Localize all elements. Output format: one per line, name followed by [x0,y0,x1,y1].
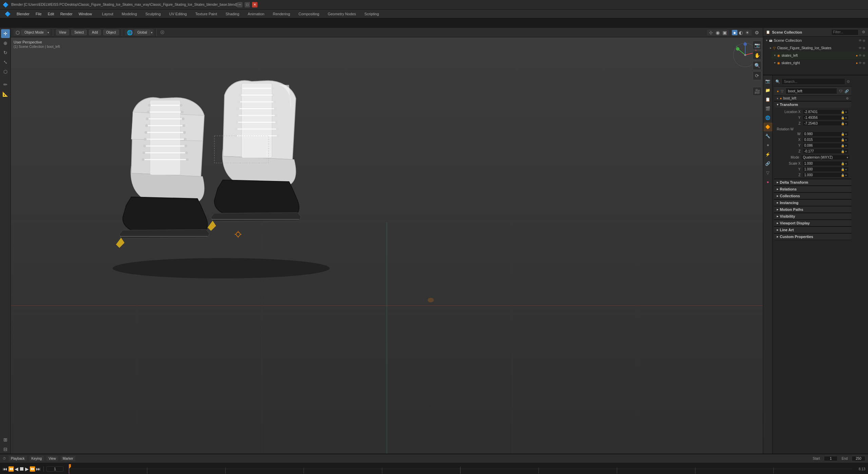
obj-fake-user-icon[interactable]: 🛡 [839,89,843,93]
skates-right-exclude-icon[interactable]: ⊗ [863,61,865,65]
eye-icon[interactable]: 👁 [859,39,862,42]
scale-z-driver[interactable]: ● [845,174,847,177]
material-preview-icon[interactable]: ◐ [738,30,744,35]
transform-dropdown-icon[interactable]: ▾ [151,31,153,34]
outliner-item-classic-figure[interactable]: ▸ ▽ Classic_Figure_Skating_Ice_Skates 👁 … [767,44,868,52]
tab-texture-paint[interactable]: Texture Paint [191,11,221,17]
collections-header[interactable]: ▸ Collections [774,193,851,199]
view-navigate-btn[interactable]: ✋ [753,51,761,60]
motion-paths-header[interactable]: ▸ Motion Paths [774,206,851,213]
annotate-tool[interactable]: ✏ [1,80,10,89]
mode-dropdown-icon[interactable]: ▾ [47,31,49,34]
skates-right-eye-icon[interactable]: 👁 [859,61,862,65]
proportional-edit-icon[interactable]: ⦾ [159,30,165,35]
camera-view-btn[interactable]: 🎥 [753,87,761,96]
solid-shading-icon[interactable]: ● [732,30,737,35]
rot-y-driver[interactable]: ● [845,144,847,147]
tab-modeling[interactable]: Modeling [118,11,141,17]
location-z-driver[interactable]: ● [845,122,847,125]
scale-tool[interactable]: ⤡ [1,58,10,67]
viewport-display-header[interactable]: ▸ Viewport Display [774,220,851,226]
start-frame-input[interactable] [824,456,837,461]
menu-file[interactable]: Blender [14,11,32,17]
object-menu[interactable]: Object [103,30,119,35]
properties-options-btn[interactable]: ⚙ [847,79,850,84]
end-frame-input[interactable] [852,456,865,461]
location-y-value[interactable]: -1.49356 🔒 ● [803,115,849,120]
prop-modifier-icon[interactable]: 🔧 [764,132,772,141]
scale-x-lock[interactable]: 🔒 [841,162,845,165]
skates-left-exclude-icon[interactable]: ⊗ [863,54,865,57]
prop-particles-icon[interactable]: ✦ [764,141,772,150]
rotation-mode-dropdown[interactable]: Quaternion (WXYZ) ▾ [801,155,850,160]
sub-obj-options-icon[interactable]: ⚙ [846,97,849,100]
tab-compositing[interactable]: Compositing [294,11,323,17]
prop-data-icon[interactable]: ▽ [764,168,772,177]
maximize-button[interactable]: □ [245,2,250,7]
transform-tool[interactable]: ⬡ [1,67,10,76]
add-menu[interactable]: Add [89,30,101,35]
play-fwd-btn[interactable]: ▶ [25,466,29,472]
rot-z-lock[interactable]: 🔒 [841,150,845,153]
select-menu[interactable]: Select [71,30,87,35]
measure-tool[interactable]: 📐 [1,90,10,98]
prop-view-layer-icon[interactable]: 📋 [764,95,772,104]
scale-y-value[interactable]: 1.000 🔒 ● [803,167,849,172]
location-x-value[interactable]: -2.87431 🔒 ● [803,109,849,114]
line-art-header[interactable]: ▸ Line Art [774,226,851,233]
overlay-icon[interactable]: ◉ [715,30,721,35]
cursor-tool[interactable]: ✛ [1,29,10,38]
mode-selector[interactable]: Object Mode [21,30,47,35]
marker-menu[interactable]: Marker [61,456,75,461]
timeline-track[interactable] [69,464,852,474]
rot-y-lock[interactable]: 🔒 [841,144,845,147]
classic-exclude-icon[interactable]: ⊗ [863,46,865,50]
prop-render-icon[interactable]: 📷 [764,77,772,86]
outliner-search-input[interactable] [831,29,859,35]
prop-object-icon[interactable]: 🔶 [764,123,772,131]
rot-z-driver[interactable]: ● [845,150,847,153]
rotation-z-value[interactable]: -0.177 🔒 ● [803,149,849,154]
tab-animation[interactable]: Animation [244,11,268,17]
close-button[interactable]: ✕ [252,2,257,7]
rendered-icon[interactable]: ☀ [744,30,751,35]
exclude-icon[interactable]: ⊗ [863,39,865,42]
prop-constraints-icon[interactable]: 🔗 [764,159,772,168]
transform-global[interactable]: Global [134,30,150,35]
scale-x-driver[interactable]: ● [845,162,847,165]
zoom-camera-btn[interactable]: 📷 [753,41,761,50]
prop-physics-icon[interactable]: ⚡ [764,150,772,159]
prop-scene-icon[interactable]: 🎬 [764,104,772,113]
scale-y-lock[interactable]: 🔒 [841,168,845,171]
transform-section-header[interactable]: ▾ Transform [774,101,851,108]
scale-z-lock[interactable]: 🔒 [841,174,845,177]
jump-to-end-btn[interactable]: ⏭ [36,466,41,472]
location-y-lock[interactable]: 🔒 [841,116,845,120]
object-name-input[interactable] [786,88,837,94]
scale-y-driver[interactable]: ● [845,168,847,171]
view-rotate-btn[interactable]: ⟳ [753,71,761,80]
rotation-w-value[interactable]: 0.980 🔒 ● [803,131,849,136]
menu-edit[interactable]: File [33,11,44,17]
jump-to-start-btn[interactable]: ⏮ [3,466,7,472]
options-icon[interactable]: ⚙ [754,30,760,35]
jump-back-btn[interactable]: ⏪ [8,466,14,472]
skates-left-eye-icon[interactable]: 👁 [859,54,862,57]
gizmo-icon[interactable]: ⊹ [708,30,714,35]
tab-rendering[interactable]: Rendering [269,11,294,17]
menu-window[interactable]: Render [58,11,75,17]
play-back-btn[interactable]: ◀ [15,466,18,472]
location-z-lock[interactable]: 🔒 [841,122,845,125]
tab-scripting[interactable]: Scripting [360,11,383,17]
rotate-tool[interactable]: ↻ [1,48,10,57]
scale-z-value[interactable]: 1.000 🔒 ● [803,172,849,178]
rot-w-driver[interactable]: ● [845,132,847,136]
tab-layout[interactable]: Layout [98,11,117,17]
rotation-x-value[interactable]: 0.015 🔒 ● [803,137,849,142]
rot-w-lock[interactable]: 🔒 [841,132,845,136]
obj-link-icon[interactable]: 🔗 [845,89,849,93]
tab-geometry-nodes[interactable]: Geometry Nodes [324,11,360,17]
view-zoom-btn[interactable]: 🔍 [753,61,761,70]
tab-sculpting[interactable]: Sculpting [141,11,165,17]
visibility-header[interactable]: ▸ Visibility [774,213,851,219]
